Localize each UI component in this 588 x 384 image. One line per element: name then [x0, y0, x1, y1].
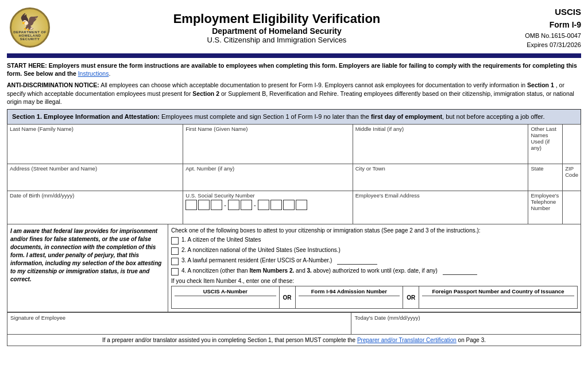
address-cell: Address (Street Number and Name) [7, 164, 183, 191]
exp-date-field[interactable] [443, 267, 477, 275]
foreign-passport-cell: Foreign Passport Number and Country of I… [419, 286, 577, 308]
anti-disc-label: ANTI-DISCRIMINATION NOTICE: [7, 82, 99, 88]
ssn-box-5[interactable] [241, 200, 252, 210]
form-name: Form I-9 [501, 19, 581, 31]
middle-initial-input[interactable] [355, 133, 526, 143]
ssn-sep-2: - [253, 200, 257, 210]
state-cell: State [528, 164, 563, 191]
preparer-cert-link[interactable]: Preparer and/or Translator Certification [357, 337, 457, 343]
checkbox-row-1: 1. A citizen of the United States [171, 236, 578, 245]
ssn-box-2[interactable] [198, 200, 210, 210]
phone-input[interactable] [531, 212, 560, 223]
option-2-text: 2. A noncitizen national of the United S… [181, 247, 341, 253]
zip-label: ZIP Code [565, 165, 578, 178]
ssn-box-1[interactable] [185, 200, 197, 210]
foreign-passport-label: Foreign Passport Number and Country of I… [422, 288, 574, 296]
section1-header: Section 1. Employee Information and Atte… [7, 109, 581, 124]
email-cell: Employee's Email Address [353, 191, 528, 224]
i94-input[interactable] [299, 297, 400, 307]
uscis-a-input[interactable] [175, 297, 276, 307]
signature-table: Signature of Employee Today's Date (mm/d… [7, 312, 581, 335]
checkbox-1[interactable] [171, 237, 179, 245]
checkbox-3[interactable] [171, 258, 179, 265]
ssn-box-9[interactable] [296, 200, 307, 210]
date-label: Today's Date (mm/dd/yyyy) [354, 315, 578, 321]
city-cell: City or Town [353, 164, 528, 191]
header-right: USCIS Form I-9 OMB No.1615-0047 Expires … [501, 6, 581, 50]
other-names-input[interactable] [531, 152, 560, 162]
thick-bar-top [7, 53, 581, 58]
dob-label: Date of Birth (mm/dd/yyyy) [10, 192, 180, 199]
eagle-icon: 🦅 [13, 14, 47, 30]
last-name-input[interactable] [10, 133, 180, 143]
ssn-box-8[interactable] [283, 200, 295, 210]
apt-label: Apt. Number (if any) [185, 165, 350, 172]
a-number-field[interactable] [337, 257, 377, 265]
section1-ref: Section 1 [527, 82, 554, 88]
main-title: Employment Eligibility Verification [53, 11, 501, 26]
dob-cell: Date of Birth (mm/dd/yyyy) [7, 191, 183, 224]
dob-ssn-row: Date of Birth (mm/dd/yyyy) U.S. Social S… [7, 191, 581, 224]
attestation-right: Check one of the following boxes to atte… [168, 224, 581, 312]
option-4-text: 4. A noncitizen (other than Item Numbers… [181, 267, 438, 274]
anti-disc-text1: All employees can choose which acceptabl… [100, 82, 527, 88]
foreign-passport-input[interactable] [422, 297, 574, 307]
subtitle2: U.S. Citizenship and Immigration Service… [53, 36, 501, 44]
phone-cell: Employee's Telephone Number [528, 191, 563, 224]
checkbox-row-2: 2. A noncitizen national of the United S… [171, 247, 578, 255]
ssn-label: U.S. Social Security Number [185, 192, 350, 199]
ssn-box-3[interactable] [211, 200, 222, 210]
logo: 🦅 DEPARTMENT OFHOMELANDSECURITY [7, 7, 53, 48]
option-3-text: 3. A lawful permanent resident (Enter US… [181, 257, 332, 263]
checkbox-4[interactable] [171, 268, 179, 276]
i94-cell: Form I-94 Admission Number [296, 286, 404, 308]
expiry: Expires 07/31/2026 [501, 40, 581, 50]
first-name-input[interactable] [185, 133, 350, 143]
apt-input[interactable] [185, 173, 350, 183]
attestation-intro: Check one of the following boxes to atte… [171, 227, 578, 234]
i94-label: Form I-94 Admission Number [299, 288, 400, 296]
ssn-box-4[interactable] [228, 200, 239, 210]
header: 🦅 DEPARTMENT OFHOMELANDSECURITY Employme… [7, 6, 581, 50]
footer-text-end: on Page 3. [458, 337, 486, 343]
last-name-cell: Last Name (Family Name) [7, 125, 183, 164]
other-names-cell: Other Last Names Used (if any) [528, 125, 563, 164]
checkbox-row-3: 3. A lawful permanent resident (Enter US… [171, 257, 578, 265]
dob-input[interactable] [10, 200, 180, 210]
attestation-left: I am aware that federal law provides for… [7, 224, 168, 312]
section1-header-body: Employees must complete and sign Section… [160, 113, 371, 120]
instructions-link[interactable]: Instructions [78, 70, 109, 77]
uscis-label: USCIS [501, 6, 581, 19]
sig-row: Signature of Employee Today's Date (mm/d… [7, 313, 581, 335]
name-row: Last Name (Family Name) First Name (Give… [7, 125, 581, 164]
ssn-sep-1: - [223, 200, 227, 210]
email-input[interactable] [355, 200, 526, 210]
zip-input[interactable] [565, 179, 578, 189]
item4-fields-row: USCIS A-Number OR Form I-94 Admission Nu… [171, 286, 578, 309]
state-input[interactable] [531, 173, 560, 183]
uscis-seal: 🦅 DEPARTMENT OFHOMELANDSECURITY [10, 7, 50, 48]
section1-header-end: , but not before accepting a job offer. [442, 113, 544, 120]
date-input[interactable] [354, 322, 578, 332]
section1-title: Section 1. Employee Information and Atte… [12, 113, 160, 120]
sig-input[interactable] [10, 322, 348, 332]
ssn-box-7[interactable] [270, 200, 282, 210]
first-name-cell: First Name (Given Name) [183, 125, 353, 164]
sig-label: Signature of Employee [10, 315, 348, 321]
page: 🦅 DEPARTMENT OFHOMELANDSECURITY Employme… [0, 0, 588, 352]
attestation-text: I am aware that federal law provides for… [10, 228, 161, 282]
checkbox-2[interactable] [171, 247, 179, 255]
section1-bold1: first day of employment [371, 113, 442, 120]
ssn-cell: U.S. Social Security Number - - [183, 191, 353, 224]
city-label: City or Town [355, 165, 526, 172]
omb-number: OMB No.1615-0047 [501, 31, 581, 41]
checkbox-row-4: 4. A noncitizen (other than Item Numbers… [171, 267, 578, 276]
option-1-text: 1. A citizen of the United States [181, 236, 261, 243]
ssn-box-6[interactable] [258, 200, 269, 210]
city-input[interactable] [355, 173, 526, 183]
address-label: Address (Street Number and Name) [10, 165, 180, 172]
ssn-boxes: - - [185, 200, 350, 210]
or-label-1: OR [280, 286, 296, 308]
form-table: Last Name (Family Name) First Name (Give… [7, 124, 581, 224]
address-input[interactable] [10, 173, 180, 183]
